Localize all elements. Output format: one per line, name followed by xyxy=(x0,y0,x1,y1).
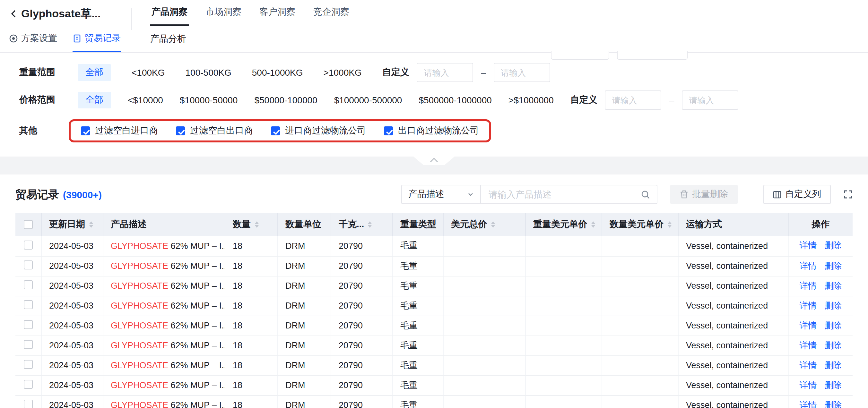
row-checkbox[interactable] xyxy=(24,241,33,249)
header-left: Glyphosate草... 方案设置 贸易记录 xyxy=(0,0,131,52)
table-row: 2024-05-03GLYPHOSATE 62% MUP – I...18DRM… xyxy=(16,236,852,256)
partial-button[interactable] xyxy=(617,51,688,60)
detail-link[interactable]: 详情 xyxy=(800,320,817,330)
sort-icon[interactable] xyxy=(368,221,372,228)
column-label: 运输方式 xyxy=(686,219,722,230)
weight-option-all[interactable]: 全部 xyxy=(78,64,111,81)
price-range-separator: – xyxy=(669,95,675,105)
delete-link[interactable]: 删除 xyxy=(825,320,842,330)
price-option-100000-500000[interactable]: $100000-500000 xyxy=(334,92,402,108)
checkbox-filter-blank-exporter[interactable]: 过滤空白出口商 xyxy=(176,125,253,137)
checkbox-exporter-filter-logistics[interactable]: 出口商过滤物流公司 xyxy=(384,125,479,137)
cell-kilograms: 20790 xyxy=(331,256,392,276)
detail-link[interactable]: 详情 xyxy=(800,400,817,408)
tab-product-analysis[interactable]: 产品分析 xyxy=(150,33,186,44)
row-checkbox[interactable] xyxy=(24,320,33,329)
select-all-checkbox[interactable] xyxy=(24,220,33,229)
tab-plan-settings[interactable]: 方案设置 xyxy=(9,26,57,52)
batch-delete-button[interactable]: 批量删除 xyxy=(670,185,738,204)
weight-max-input[interactable] xyxy=(494,63,550,82)
delete-link[interactable]: 删除 xyxy=(825,241,842,250)
detail-link[interactable]: 详情 xyxy=(800,340,817,350)
detail-link[interactable]: 详情 xyxy=(800,261,817,270)
table-row: 2024-05-03GLYPHOSATE 62% MUP – I...18DRM… xyxy=(16,296,852,316)
checkbox-label: 进口商过滤物流公司 xyxy=(285,125,366,137)
row-checkbox[interactable] xyxy=(24,300,33,309)
partial-button[interactable] xyxy=(551,51,609,60)
weight-option-100-500[interactable]: 100-500KG xyxy=(186,65,231,80)
price-option-10000-50000[interactable]: $10000-50000 xyxy=(180,92,238,108)
column-header-usd-unit-price-quantity[interactable]: 数量美元单价 xyxy=(601,213,678,236)
tab-market-insight[interactable]: 市场洞察 xyxy=(204,0,243,26)
delete-link[interactable]: 删除 xyxy=(825,281,842,290)
row-checkbox[interactable] xyxy=(24,340,33,349)
price-option-all[interactable]: 全部 xyxy=(78,92,111,108)
tab-competitor-insight[interactable]: 竞企洞察 xyxy=(312,0,350,26)
sort-icon[interactable] xyxy=(668,221,671,228)
price-option-gt1000000[interactable]: >$1000000 xyxy=(508,92,554,108)
checkbox-filter-blank-importer[interactable]: 过滤空白进口商 xyxy=(81,125,158,137)
detail-link[interactable]: 详情 xyxy=(800,301,817,310)
row-checkbox[interactable] xyxy=(24,280,33,289)
cell-usd-unit-price-weight xyxy=(525,236,601,256)
sort-icon[interactable] xyxy=(591,221,595,228)
custom-columns-button[interactable]: 自定义列 xyxy=(763,185,831,204)
top-header: Glyphosate草... 方案设置 贸易记录 xyxy=(0,0,868,53)
column-header-quantity[interactable]: 数量 xyxy=(225,213,277,236)
sort-icon[interactable] xyxy=(254,221,258,228)
price-option-500000-1000000[interactable]: $500000-1000000 xyxy=(418,92,492,108)
tab-customer-insight[interactable]: 客户洞察 xyxy=(258,0,297,26)
desc-text: 62% MUP – I... xyxy=(168,281,225,291)
price-max-input[interactable] xyxy=(682,91,738,110)
row-checkbox[interactable] xyxy=(24,400,33,408)
delete-link[interactable]: 删除 xyxy=(825,380,842,390)
sort-icon[interactable] xyxy=(89,221,93,228)
cell-kilograms: 20790 xyxy=(331,236,392,256)
delete-link[interactable]: 删除 xyxy=(825,261,842,270)
column-header-usd-total-price[interactable]: 美元总价 xyxy=(443,213,525,236)
delete-link[interactable]: 删除 xyxy=(825,400,842,408)
cell-actions: 详情删除 xyxy=(788,395,852,408)
cell-update-date: 2024-05-03 xyxy=(41,256,103,276)
row-checkbox[interactable] xyxy=(24,380,33,389)
price-min-input[interactable] xyxy=(605,91,661,110)
detail-link[interactable]: 详情 xyxy=(800,380,817,390)
cell-usd-total-price xyxy=(443,236,525,256)
price-option-lt10000[interactable]: <$10000 xyxy=(128,92,163,108)
tab-product-insight[interactable]: 产品洞察 xyxy=(150,0,189,26)
delete-link[interactable]: 删除 xyxy=(825,340,842,350)
delete-link[interactable]: 删除 xyxy=(825,360,842,370)
detail-link[interactable]: 详情 xyxy=(800,281,817,290)
price-option-50000-100000[interactable]: $50000-100000 xyxy=(254,92,317,108)
annotation-highlight-box: 过滤空白进口商 过滤空白出口商 进口商过滤物流公司 出口商过滤物流公司 xyxy=(69,119,491,142)
desc-text: 62% MUP – I... xyxy=(168,380,225,390)
field-select[interactable]: 产品描述 xyxy=(401,185,481,204)
sort-icon[interactable] xyxy=(491,221,495,228)
back-button[interactable] xyxy=(9,9,19,18)
checkbox-importer-filter-logistics[interactable]: 进口商过滤物流公司 xyxy=(271,125,366,137)
search-input[interactable] xyxy=(487,189,641,200)
weight-option-lt100[interactable]: <100KG xyxy=(132,65,165,80)
cell-usd-unit-price-quantity xyxy=(601,375,678,395)
search-icon[interactable] xyxy=(641,190,650,199)
delete-link[interactable]: 删除 xyxy=(825,301,842,310)
collapse-panel-button[interactable] xyxy=(413,157,455,165)
batch-delete-label: 批量删除 xyxy=(692,189,728,200)
column-header-usd-unit-price-weight[interactable]: 重量美元单价 xyxy=(525,213,601,236)
tab-trade-records[interactable]: 贸易记录 xyxy=(72,26,121,52)
detail-link[interactable]: 详情 xyxy=(800,241,817,250)
fullscreen-icon[interactable] xyxy=(844,190,852,199)
price-custom-label: 自定义 xyxy=(570,94,597,106)
weight-option-500-1000[interactable]: 500-1000KG xyxy=(252,65,303,80)
checkbox-checked-icon xyxy=(81,126,90,135)
weight-min-input[interactable] xyxy=(417,63,473,82)
desc-highlight: GLYPHOSATE xyxy=(111,321,168,330)
cell-actions: 详情删除 xyxy=(788,296,852,316)
row-checkbox[interactable] xyxy=(24,261,33,269)
detail-link[interactable]: 详情 xyxy=(800,360,817,370)
cell-transport-mode: Vessel, containerized xyxy=(678,236,788,256)
column-header-kilograms[interactable]: 千克... xyxy=(331,213,392,236)
column-header-update-date[interactable]: 更新日期 xyxy=(41,213,103,236)
weight-option-gt1000[interactable]: >1000KG xyxy=(323,65,362,80)
row-checkbox[interactable] xyxy=(24,360,33,369)
